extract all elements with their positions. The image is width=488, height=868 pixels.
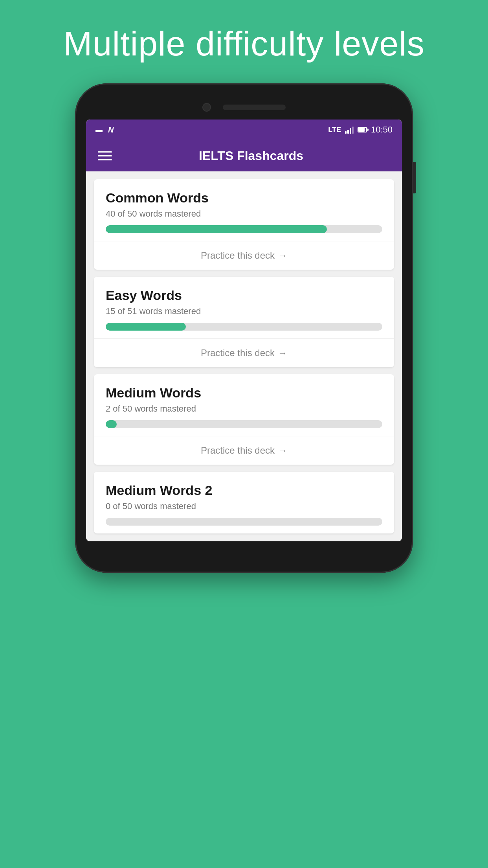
progress-bar-container — [106, 518, 382, 526]
hamburger-line-1 — [98, 151, 112, 153]
notification-icon: N — [108, 125, 114, 134]
sd-card-icon: ▬ — [95, 126, 103, 134]
progress-bar-container — [106, 225, 382, 233]
deck-progress-text: 40 of 50 words mastered — [106, 209, 382, 219]
deck-card-body: Common Words 40 of 50 words mastered — [94, 179, 394, 241]
deck-card-medium-words-2: Medium Words 2 0 of 50 words mastered — [94, 472, 394, 533]
practice-link-text: Practice this deck → — [201, 250, 287, 261]
decks-list: Common Words 40 of 50 words mastered Pra… — [86, 171, 402, 541]
page-title: Multiple difficulty levels — [31, 24, 457, 64]
page-header: Multiple difficulty levels — [0, 0, 488, 83]
progress-bar-container — [106, 323, 382, 331]
phone-device: ▬ N LTE 10:50 — [75, 83, 413, 573]
deck-progress-text: 2 of 50 words mastered — [106, 404, 382, 414]
deck-card-medium-words: Medium Words 2 of 50 words mastered Prac… — [94, 374, 394, 465]
practice-button-easy-words[interactable]: Practice this deck → — [94, 338, 394, 367]
deck-name: Medium Words — [106, 385, 382, 401]
deck-name: Easy Words — [106, 288, 382, 303]
signal-bar-1 — [345, 131, 347, 134]
hamburger-menu-button[interactable] — [98, 151, 112, 160]
arrow-icon: → — [278, 250, 287, 261]
phone-top-bezel — [86, 99, 402, 120]
signal-bar-4 — [352, 127, 354, 134]
app-toolbar: IELTS Flashcards — [86, 140, 402, 171]
deck-progress-text: 15 of 51 words mastered — [106, 306, 382, 316]
phone-screen: ▬ N LTE 10:50 — [86, 120, 402, 541]
deck-card-body: Medium Words 2 0 of 50 words mastered — [94, 472, 394, 533]
deck-card-easy-words: Easy Words 15 of 51 words mastered Pract… — [94, 277, 394, 367]
progress-bar-fill — [106, 420, 117, 428]
signal-icon — [345, 126, 354, 134]
arrow-icon: → — [278, 445, 287, 456]
battery-icon — [358, 127, 367, 132]
status-left-icons: ▬ N — [95, 125, 114, 134]
status-right-icons: LTE 10:50 — [328, 125, 393, 135]
app-title: IELTS Flashcards — [112, 149, 390, 163]
practice-link-text: Practice this deck → — [201, 445, 287, 456]
camera — [202, 103, 211, 112]
battery-fill — [358, 128, 365, 132]
practice-label: Practice this deck — [201, 348, 275, 359]
practice-button-medium-words[interactable]: Practice this deck → — [94, 436, 394, 465]
deck-card-common-words: Common Words 40 of 50 words mastered Pra… — [94, 179, 394, 270]
deck-progress-text: 0 of 50 words mastered — [106, 501, 382, 511]
hamburger-line-3 — [98, 159, 112, 160]
status-bar: ▬ N LTE 10:50 — [86, 120, 402, 140]
practice-link-text: Practice this deck → — [201, 348, 287, 359]
practice-label: Practice this deck — [201, 250, 275, 261]
lte-icon: LTE — [328, 126, 341, 134]
deck-name: Common Words — [106, 190, 382, 206]
deck-name: Medium Words 2 — [106, 483, 382, 498]
speaker — [223, 105, 286, 110]
arrow-icon: → — [278, 348, 287, 359]
status-time: 10:50 — [371, 125, 393, 135]
phone-bottom-bezel — [86, 541, 402, 557]
signal-bar-2 — [347, 130, 349, 134]
deck-card-body: Easy Words 15 of 51 words mastered — [94, 277, 394, 338]
progress-bar-fill — [106, 225, 327, 233]
hamburger-line-2 — [98, 155, 112, 156]
practice-button-common-words[interactable]: Practice this deck → — [94, 241, 394, 270]
progress-bar-container — [106, 420, 382, 428]
practice-label: Practice this deck — [201, 445, 275, 456]
progress-bar-fill — [106, 323, 186, 331]
deck-card-body: Medium Words 2 of 50 words mastered — [94, 374, 394, 436]
signal-bar-3 — [350, 128, 351, 134]
